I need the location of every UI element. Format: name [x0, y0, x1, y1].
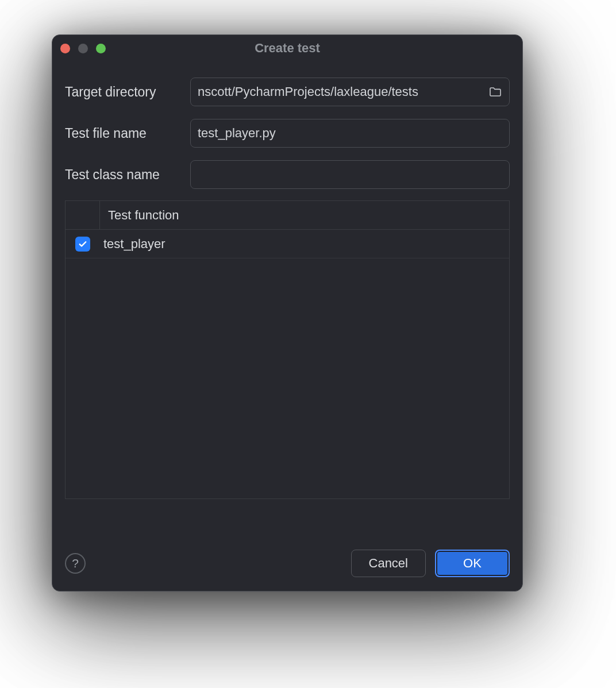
form: Target directory nscott/PycharmProjects/… [52, 61, 522, 195]
table-body: test_player [66, 230, 509, 498]
row-checkbox-cell [66, 237, 100, 252]
table-header-checkbox-col [66, 201, 100, 229]
table-row[interactable]: test_player [66, 230, 509, 258]
test-class-name-row: Test class name [65, 160, 510, 189]
target-directory-row: Target directory nscott/PycharmProjects/… [65, 78, 510, 106]
table-header-name: Test function [100, 201, 509, 229]
table-header: Test function [66, 201, 509, 230]
target-directory-value: nscott/PycharmProjects/laxleague/tests [198, 84, 483, 99]
minimize-window-icon [78, 44, 88, 53]
help-icon[interactable]: ? [65, 553, 86, 574]
test-file-name-row: Test file name test_player.py [65, 119, 510, 148]
browse-folder-icon[interactable] [488, 85, 502, 99]
test-file-name-input[interactable]: test_player.py [190, 119, 510, 148]
dialog-title: Create test [52, 41, 522, 56]
test-file-name-value: test_player.py [198, 126, 502, 141]
create-test-dialog: Create test Target directory nscott/Pych… [52, 34, 523, 592]
row-checkbox[interactable] [75, 237, 90, 252]
test-class-name-label: Test class name [65, 167, 190, 183]
maximize-window-icon[interactable] [96, 44, 106, 53]
close-window-icon[interactable] [60, 44, 70, 53]
test-class-name-input[interactable] [190, 160, 510, 189]
dialog-footer: ? Cancel OK [52, 539, 522, 591]
test-functions-table: Test function test_player [65, 200, 510, 499]
ok-button[interactable]: OK [435, 550, 510, 577]
target-directory-label: Target directory [65, 84, 190, 100]
test-file-name-label: Test file name [65, 126, 190, 141]
target-directory-input[interactable]: nscott/PycharmProjects/laxleague/tests [190, 78, 510, 106]
row-function-name: test_player [100, 237, 509, 252]
cancel-button[interactable]: Cancel [351, 550, 426, 577]
window-controls [60, 44, 106, 53]
titlebar: Create test [52, 35, 522, 61]
